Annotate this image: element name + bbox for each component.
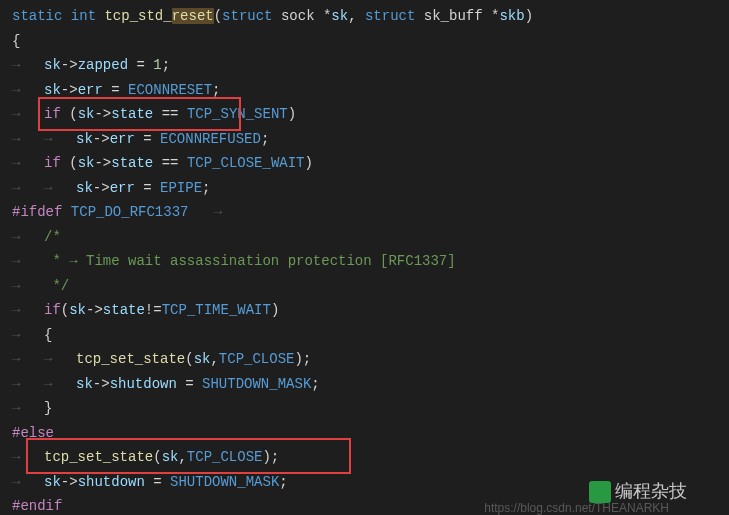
kw-if: if <box>44 155 61 171</box>
op: -> <box>61 474 78 490</box>
indent-guide: → <box>12 372 44 397</box>
number: 1 <box>153 57 161 73</box>
fn-name: tcp_std_reset <box>104 8 213 24</box>
comment: */ <box>44 278 69 294</box>
op: == <box>153 155 187 171</box>
indent-guide: → <box>44 176 76 201</box>
code-line[interactable]: → → sk->err = ECONNREFUSED; <box>0 127 729 152</box>
indent-guide: → <box>12 249 44 274</box>
indent-guide: → <box>12 225 44 250</box>
member: shutdown <box>78 474 145 490</box>
code-editor[interactable]: static int tcp_std_reset(struct sock *sk… <box>0 4 729 515</box>
code-line[interactable]: #ifdef TCP_DO_RFC1337 → <box>0 200 729 225</box>
code-line[interactable]: → if (sk->state == TCP_CLOSE_WAIT) <box>0 151 729 176</box>
kw-int: int <box>71 8 96 24</box>
member: err <box>110 180 135 196</box>
const: TCP_SYN_SENT <box>187 106 288 122</box>
var: sk <box>69 302 86 318</box>
op: = <box>135 180 160 196</box>
op: = <box>177 376 202 392</box>
var: sk <box>78 106 95 122</box>
code-line[interactable]: → /* <box>0 225 729 250</box>
kw-if: if <box>44 106 61 122</box>
indent-guide: → <box>12 445 44 470</box>
brace: { <box>12 33 20 49</box>
comment: * → Time wait assassination protection [… <box>44 253 456 269</box>
op: -> <box>93 376 110 392</box>
code-line[interactable]: → * → Time wait assassination protection… <box>0 249 729 274</box>
indent-guide: → <box>12 176 44 201</box>
member: state <box>111 106 153 122</box>
const: SHUTDOWN_MASK <box>170 474 279 490</box>
preproc: #ifdef <box>12 204 62 220</box>
op: == <box>153 106 187 122</box>
indent-guide: → <box>44 127 76 152</box>
op: -> <box>61 57 78 73</box>
brace: { <box>44 327 52 343</box>
op: -> <box>61 82 78 98</box>
indent-guide: → <box>12 470 44 495</box>
member: err <box>110 131 135 147</box>
op: -> <box>86 302 103 318</box>
preproc: #endif <box>12 498 62 514</box>
indent-guide: → <box>12 102 44 127</box>
indent-guide: → <box>12 151 44 176</box>
kw-struct: struct <box>365 8 415 24</box>
code-line[interactable]: → → tcp_set_state(sk,TCP_CLOSE); <box>0 347 729 372</box>
indent-guide: → <box>12 298 44 323</box>
code-line[interactable]: → tcp_set_state(sk,TCP_CLOSE); <box>0 445 729 470</box>
indent-guide: → <box>12 323 44 348</box>
code-line[interactable]: → → sk->err = EPIPE; <box>0 176 729 201</box>
var: sk <box>44 82 61 98</box>
comment: /* <box>44 229 61 245</box>
code-line[interactable]: → sk->err = ECONNRESET; <box>0 78 729 103</box>
code-line[interactable]: #else <box>0 421 729 446</box>
indent-guide: → <box>12 127 44 152</box>
code-line[interactable]: → → sk->shutdown = SHUTDOWN_MASK; <box>0 372 729 397</box>
indent-guide: → <box>12 396 44 421</box>
member: err <box>78 82 103 98</box>
const: TCP_CLOSE <box>187 449 263 465</box>
const: TCP_CLOSE <box>219 351 295 367</box>
wechat-icon <box>589 481 611 503</box>
var: sk <box>44 474 61 490</box>
const: ECONNREFUSED <box>160 131 261 147</box>
watermark-url: https://blog.csdn.net/THEANARKH <box>484 501 669 515</box>
brace: } <box>44 400 52 416</box>
code-line[interactable]: → if(sk->state!=TCP_TIME_WAIT) <box>0 298 729 323</box>
indent-guide: → <box>12 347 44 372</box>
const: TCP_TIME_WAIT <box>162 302 271 318</box>
selection: reset <box>172 8 214 24</box>
code-line[interactable]: → */ <box>0 274 729 299</box>
indent-guide: → <box>12 274 44 299</box>
const: ECONNRESET <box>128 82 212 98</box>
macro: TCP_DO_RFC1337 <box>71 204 189 220</box>
const: SHUTDOWN_MASK <box>202 376 311 392</box>
op: = <box>128 57 153 73</box>
param-sk: sk <box>331 8 348 24</box>
op: -> <box>93 180 110 196</box>
var: sk <box>76 180 93 196</box>
param-skb: skb <box>499 8 524 24</box>
member: state <box>103 302 145 318</box>
kw-struct: struct <box>222 8 272 24</box>
code-line[interactable]: → sk->zapped = 1; <box>0 53 729 78</box>
var: sk <box>194 351 211 367</box>
var: sk <box>76 376 93 392</box>
code-line[interactable]: → } <box>0 396 729 421</box>
op: = <box>103 82 128 98</box>
indent-guide: → <box>44 347 76 372</box>
code-line[interactable]: { <box>0 29 729 54</box>
var: sk <box>78 155 95 171</box>
code-line[interactable]: static int tcp_std_reset(struct sock *sk… <box>0 4 729 29</box>
var: sk <box>76 131 93 147</box>
member: state <box>111 155 153 171</box>
code-line[interactable]: → { <box>0 323 729 348</box>
op: = <box>135 131 160 147</box>
var: sk <box>44 57 61 73</box>
var: sk <box>162 449 179 465</box>
code-line[interactable]: → if (sk->state == TCP_SYN_SENT) <box>0 102 729 127</box>
fn-call: tcp_set_state <box>76 351 185 367</box>
op: -> <box>93 131 110 147</box>
indent-guide: → <box>44 372 76 397</box>
